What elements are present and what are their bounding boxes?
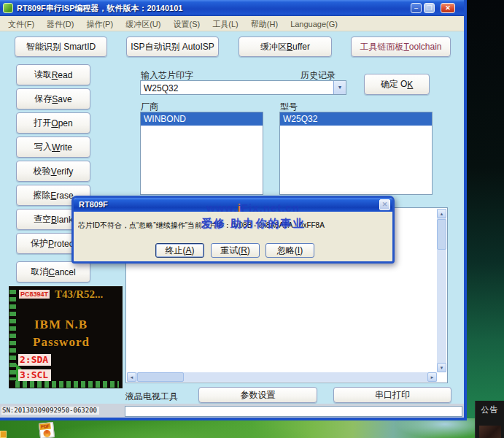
- ok-button[interactable]: 确定 OK: [364, 74, 430, 95]
- model-selected-row[interactable]: W25Q32: [280, 112, 432, 126]
- toolchain-button[interactable]: 工具链面板 Toolchain: [351, 36, 451, 57]
- horizontal-scroll-thumb[interactable]: [137, 372, 184, 382]
- serial-number: SN:20130309092950-063200: [1, 407, 99, 415]
- chip-pins-left: [9, 290, 16, 380]
- scroll-left-icon[interactable]: ◄: [127, 372, 136, 382]
- vendor-selected-row[interactable]: WINBOND: [141, 112, 263, 126]
- cancel-button[interactable]: 取消 Cancel: [16, 261, 90, 283]
- vertical-scrollbar[interactable]: ▲ ▼: [437, 209, 446, 372]
- announcement-label: 公告: [476, 401, 504, 415]
- chip-combo-value: W25Q32: [144, 83, 178, 93]
- chip-part-number: PC8394T: [19, 290, 50, 299]
- chip-photo-title: T43/R52...: [55, 288, 103, 301]
- minimize-button[interactable]: –: [411, 3, 422, 13]
- desktop: RT809F串行ISP编程器，软件版本：20140101 – ❐ ✕ 文件(F)…: [0, 0, 504, 438]
- buffer-button[interactable]: 缓冲区 Buffer: [239, 36, 332, 57]
- pdf-page-shape: PDF: [39, 422, 55, 438]
- abort-button[interactable]: 终止(A): [155, 243, 204, 258]
- scroll-up-icon[interactable]: ▲: [437, 209, 446, 218]
- desktop-wallpaper-hills: [0, 418, 504, 438]
- smart-id-button[interactable]: 智能识别 SmartID: [15, 36, 107, 57]
- menu-settings[interactable]: 设置(S): [168, 20, 206, 28]
- chip-pin2-label: 2:SDA: [18, 354, 51, 366]
- window-title: RT809F串行ISP编程器，软件版本：20140101: [17, 3, 182, 14]
- watermark-slogan: 爱修 助力你的事业: [201, 217, 305, 231]
- titlebar[interactable]: RT809F串行ISP编程器，软件版本：20140101 – ❐ ✕: [0, 0, 464, 16]
- serial-print-button[interactable]: 串口打印: [333, 387, 451, 403]
- chip-photo-line2: Password: [33, 335, 90, 350]
- menu-file[interactable]: 文件(F): [3, 20, 39, 28]
- menu-device[interactable]: 器件(D): [42, 20, 79, 28]
- announcement-panel[interactable]: 公告: [475, 401, 504, 438]
- maximize-button[interactable]: ❐: [424, 3, 435, 13]
- save-button[interactable]: 保存 Save: [16, 88, 90, 110]
- chip-photo: PC8394T T43/R52... IBM N.B Password 2:SD…: [9, 286, 123, 388]
- status-input[interactable]: [125, 406, 462, 417]
- app-icon: [3, 3, 13, 13]
- verify-button[interactable]: 校验 Verify: [16, 161, 90, 182]
- write-button[interactable]: 写入 Write: [16, 137, 90, 158]
- dialog-close-icon[interactable]: ✕: [379, 199, 390, 210]
- params-button[interactable]: 参数设置: [198, 387, 317, 403]
- chip-pin3-label: 3:SCL: [18, 369, 51, 381]
- menubar: 文件(F) 器件(D) 操作(P) 缓冲区(U) 设置(S) 工具(L) 帮助(…: [0, 16, 464, 31]
- scroll-down-icon[interactable]: ▼: [437, 363, 446, 372]
- open-button[interactable]: 打开 Open: [16, 112, 90, 134]
- read-button[interactable]: 读取 Read: [16, 64, 90, 85]
- horizontal-scrollbar[interactable]: ◄ ►: [127, 372, 437, 382]
- chip-pins-bottom: [15, 381, 119, 388]
- auto-isp-button[interactable]: ISP自动识别 AutoISP: [126, 36, 219, 57]
- chip-photo-line1: IBM N.B: [34, 318, 88, 332]
- model-listbox[interactable]: W25Q32: [279, 112, 433, 195]
- partial-desktop-icon[interactable]: [0, 431, 7, 438]
- scroll-right-icon[interactable]: ►: [427, 372, 437, 382]
- pdf-desktop-icon[interactable]: PDF: [38, 420, 57, 438]
- chip-combo[interactable]: W25Q32 ▼: [140, 80, 346, 95]
- announcement-thumbnail: [479, 426, 501, 438]
- vendor-listbox[interactable]: WINBOND: [140, 112, 263, 195]
- watermark-url: www.iFix.net.cn: [206, 201, 300, 214]
- menu-language[interactable]: Language(G): [285, 20, 343, 28]
- menu-buffer[interactable]: 缓冲区(U): [120, 20, 166, 28]
- pdf-swirl-icon: [43, 429, 51, 437]
- ignore-button[interactable]: 忽略(I): [265, 243, 314, 258]
- close-button[interactable]: ✕: [441, 3, 455, 13]
- retry-button[interactable]: 重试(R): [211, 243, 260, 258]
- menu-tools[interactable]: 工具(L): [207, 20, 243, 28]
- lcd-tool-label: 液晶电视工具: [125, 391, 178, 403]
- chevron-down-icon[interactable]: ▼: [333, 81, 346, 94]
- menu-help[interactable]: 帮助(H): [246, 20, 283, 28]
- menu-operate[interactable]: 操作(P): [81, 20, 118, 28]
- vertical-scroll-thumb[interactable]: [437, 219, 446, 250]
- dialog-title: RT809F: [79, 200, 108, 209]
- pdf-label: PDF: [39, 423, 51, 430]
